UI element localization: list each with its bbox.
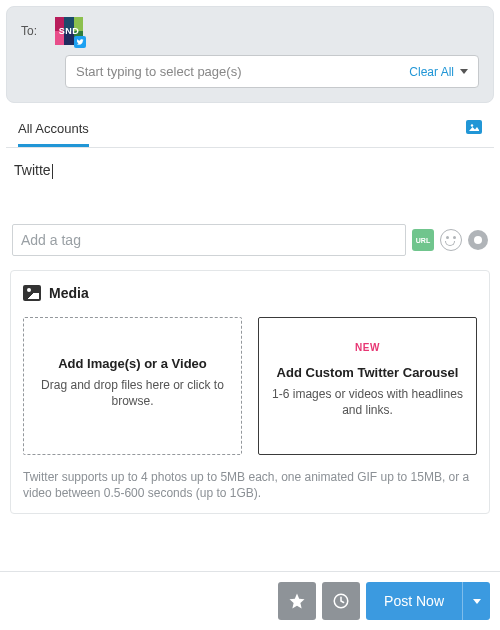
- to-row: To: SND: [21, 17, 479, 45]
- upload-dropzone[interactable]: Add Image(s) or a Video Drag and drop fi…: [23, 317, 242, 455]
- carousel-sub: 1-6 images or videos with headlines and …: [271, 386, 464, 418]
- carousel-title: Add Custom Twitter Carousel: [271, 365, 464, 380]
- schedule-button[interactable]: [322, 582, 360, 620]
- carousel-dropzone[interactable]: NEW Add Custom Twitter Carousel 1-6 imag…: [258, 317, 477, 455]
- media-note: Twitter supports up to 4 photos up to 5M…: [23, 469, 477, 501]
- bottom-bar: Post Now: [0, 571, 500, 630]
- emoji-icon[interactable]: [440, 229, 462, 251]
- tab-all-accounts[interactable]: All Accounts: [18, 113, 89, 147]
- asset-library-icon[interactable]: [468, 230, 488, 250]
- twitter-badge-icon: [74, 36, 86, 48]
- account-tabs: All Accounts: [6, 109, 494, 148]
- page-select[interactable]: Clear All: [65, 55, 479, 88]
- shorten-link-button[interactable]: URL: [412, 229, 434, 251]
- media-title: Media: [49, 285, 89, 301]
- selected-account-icon[interactable]: SND: [55, 17, 83, 45]
- tag-input[interactable]: [12, 224, 406, 256]
- upload-title: Add Image(s) or a Video: [36, 356, 229, 371]
- chevron-down-icon: [473, 599, 481, 604]
- media-icon: [23, 285, 41, 301]
- tag-row: URL: [0, 224, 500, 256]
- upload-sub: Drag and drop files here or click to bro…: [36, 377, 229, 409]
- chevron-down-icon[interactable]: [460, 69, 468, 74]
- account-abbr: SND: [59, 26, 80, 36]
- new-badge: NEW: [271, 342, 464, 353]
- media-dropzones: Add Image(s) or a Video Drag and drop fi…: [23, 317, 477, 455]
- image-mode-icon[interactable]: [466, 120, 482, 134]
- post-options-button[interactable]: [462, 582, 490, 620]
- compose-text: Twitte: [14, 162, 53, 178]
- post-now-button[interactable]: Post Now: [366, 582, 490, 620]
- favorite-button[interactable]: [278, 582, 316, 620]
- to-panel: To: SND Clear All: [6, 6, 494, 103]
- clear-all-link[interactable]: Clear All: [409, 65, 454, 79]
- svg-point-1: [471, 124, 473, 126]
- to-label: To:: [21, 24, 37, 38]
- page-select-input[interactable]: [76, 64, 409, 79]
- compose-textarea[interactable]: Twitte: [0, 148, 500, 218]
- media-section: Media Add Image(s) or a Video Drag and d…: [10, 270, 490, 514]
- media-header: Media: [23, 285, 477, 301]
- post-now-label: Post Now: [366, 593, 462, 609]
